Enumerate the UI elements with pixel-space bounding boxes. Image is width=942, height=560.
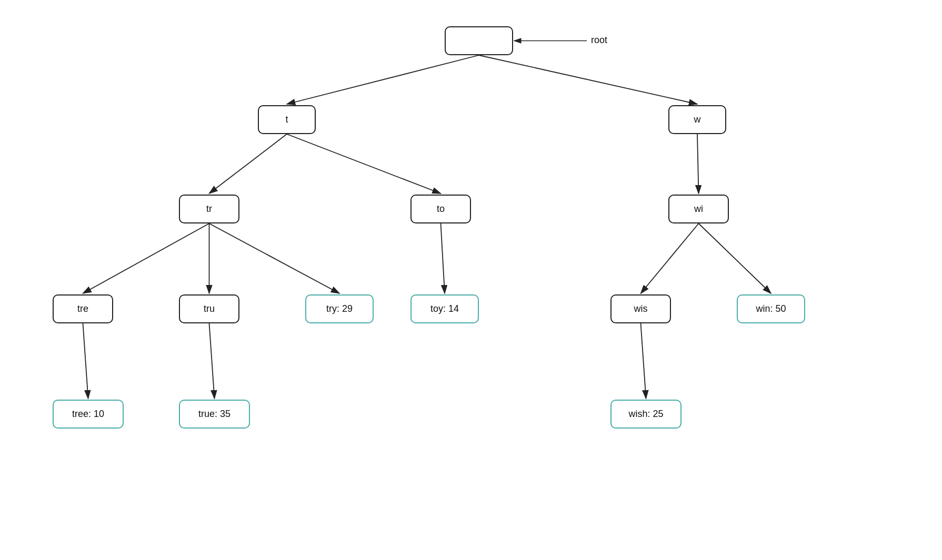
node-root: [445, 26, 513, 55]
node-label-wis: wis: [634, 303, 648, 314]
svg-line-13: [209, 323, 215, 399]
node-w: w: [668, 105, 726, 134]
node-label-tree: tree: 10: [72, 409, 104, 420]
svg-line-4: [287, 134, 441, 194]
node-tru: tru: [179, 294, 239, 323]
node-label-true: true: 35: [198, 409, 231, 420]
node-wi: wi: [668, 195, 729, 223]
svg-line-11: [699, 223, 771, 293]
node-label-t: t: [285, 114, 288, 125]
node-tree: tree: 10: [53, 400, 124, 429]
svg-line-14: [641, 323, 646, 399]
svg-line-9: [441, 223, 445, 293]
svg-line-10: [641, 223, 699, 293]
svg-line-8: [209, 223, 340, 293]
svg-line-5: [697, 134, 699, 194]
node-label-tr: tr: [206, 203, 212, 215]
node-to: to: [410, 195, 471, 223]
svg-line-2: [479, 55, 697, 104]
node-tre: tre: [53, 294, 113, 323]
svg-line-12: [83, 323, 88, 399]
node-label-wi: wi: [694, 203, 703, 215]
tree-lines: [0, 0, 942, 560]
node-label-tru: tru: [204, 303, 215, 314]
node-t: t: [258, 105, 316, 134]
svg-line-6: [83, 223, 209, 293]
node-label-win: win: 50: [756, 303, 786, 314]
node-true: true: 35: [179, 400, 250, 429]
node-label-wish: wish: 25: [628, 409, 663, 420]
node-label-to: to: [437, 203, 445, 215]
node-label-try: try: 29: [326, 303, 353, 314]
root-label: root: [591, 35, 607, 46]
node-label-w: w: [694, 114, 701, 125]
node-try: try: 29: [305, 294, 374, 323]
node-win: win: 50: [737, 294, 805, 323]
node-tr: tr: [179, 195, 239, 223]
node-label-toy: toy: 14: [430, 303, 459, 314]
node-wis: wis: [610, 294, 671, 323]
node-label-tre: tre: [77, 303, 88, 314]
svg-line-3: [209, 134, 287, 194]
svg-line-1: [287, 55, 479, 104]
node-wish: wish: 25: [610, 400, 682, 429]
node-toy: toy: 14: [410, 294, 479, 323]
tree-diagram: roottwtrtowitretrutry: 29toy: 14wiswin: …: [0, 0, 942, 560]
